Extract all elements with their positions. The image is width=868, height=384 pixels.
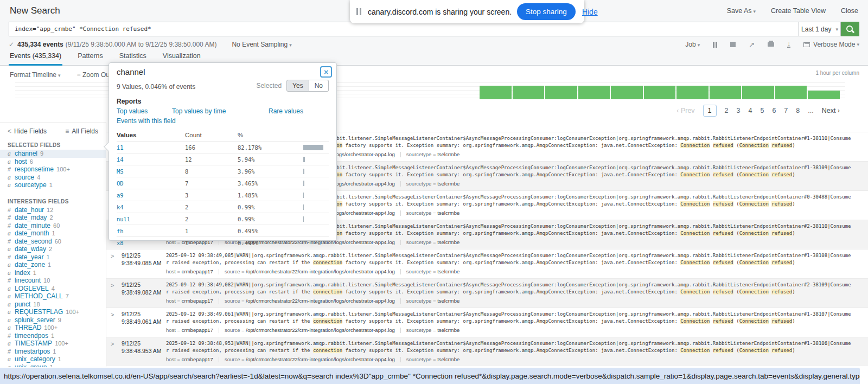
- hide-banner-link[interactable]: Hide: [582, 8, 598, 16]
- page-button-7[interactable]: 7: [784, 107, 788, 114]
- timeline-bar[interactable]: [644, 86, 676, 99]
- close-icon[interactable]: ×: [320, 66, 332, 78]
- page-button-4[interactable]: 4: [748, 107, 752, 114]
- value-link[interactable]: OD: [117, 180, 185, 187]
- sourcetype-value[interactable]: tselcrmbe: [437, 268, 459, 274]
- sidebar-field-timeendpos[interactable]: #timeendpos1: [0, 332, 106, 340]
- source-value[interactable]: /opt/crmorchestrator22/crm-integration/l…: [246, 268, 395, 274]
- page-button-5[interactable]: 5: [760, 107, 764, 114]
- top-values-by-time-link[interactable]: Top values by time: [172, 107, 269, 115]
- job-menu-button[interactable]: Job▾: [685, 41, 700, 48]
- value-link[interactable]: x8: [117, 240, 185, 246]
- sidebar-field-METHOD_CALL[interactable]: aMETHOD_CALL7: [0, 292, 106, 300]
- sourcetype-value[interactable]: tselcrmbe: [437, 239, 459, 245]
- time-range-picker[interactable]: Last 1 day▾: [799, 22, 841, 36]
- rare-values-link[interactable]: Rare values: [269, 107, 303, 115]
- sidebar-field-source[interactable]: asource4: [0, 174, 106, 182]
- event-sampling-dropdown[interactable]: No Event Sampling▾: [232, 41, 291, 48]
- sourcetype-value[interactable]: tselcrmbe: [437, 356, 459, 362]
- page-button-2[interactable]: 2: [725, 107, 729, 114]
- sourcetype-field[interactable]: sourcetype: [406, 268, 431, 274]
- sidebar-field-date_year[interactable]: #date_year1: [0, 253, 106, 261]
- expand-event-icon[interactable]: >: [111, 252, 122, 278]
- sidebar-field-REQUESTFLAG[interactable]: aREQUESTFLAG100+: [0, 308, 106, 316]
- sidebar-field-date_zone[interactable]: adate_zone1: [0, 261, 106, 269]
- source-value[interactable]: /opt/crmorchestrator22/crm-integration/l…: [246, 298, 395, 304]
- all-fields-button[interactable]: ≡ All Fields: [65, 127, 98, 135]
- print-icon[interactable]: [768, 42, 774, 47]
- host-field[interactable]: host: [166, 268, 176, 274]
- timeline-bar[interactable]: [775, 86, 807, 99]
- value-link[interactable]: i4: [117, 156, 185, 163]
- hide-fields-button[interactable]: < Hide Fields: [8, 127, 47, 135]
- timeline-bar[interactable]: [578, 86, 610, 99]
- sourcetype-value[interactable]: tselcrmbe: [437, 327, 459, 333]
- timeline-bar[interactable]: [742, 86, 774, 99]
- sidebar-field-host[interactable]: ahost6: [0, 158, 106, 166]
- timeline-bar[interactable]: [513, 86, 545, 99]
- next-page-button[interactable]: Next ›: [822, 107, 840, 114]
- page-button-8[interactable]: 8: [796, 107, 800, 114]
- value-link[interactable]: k4: [117, 204, 185, 210]
- value-link[interactable]: a9: [117, 192, 185, 199]
- host-field[interactable]: host: [166, 327, 176, 333]
- sidebar-field-punct[interactable]: apunct18: [0, 300, 106, 309]
- search-mode-dropdown[interactable]: Verbose Mode▾: [803, 41, 859, 48]
- expand-event-icon[interactable]: >: [111, 340, 122, 366]
- sidebar-field-date_mday[interactable]: #date_mday2: [0, 214, 106, 222]
- page-button-3[interactable]: 3: [737, 107, 741, 114]
- sidebar-field-timestartpos[interactable]: #timestartpos1: [0, 348, 106, 356]
- sidebar-field-linecount[interactable]: #linecount10: [0, 277, 106, 285]
- sourcetype-field[interactable]: sourcetype: [406, 210, 431, 216]
- host-field[interactable]: host: [166, 356, 176, 362]
- sidebar-field-THREAD[interactable]: aTHREAD100+: [0, 324, 106, 332]
- zoom-out-button[interactable]: − Zoom Out: [77, 71, 112, 79]
- page-button-6[interactable]: 6: [772, 107, 776, 114]
- sidebar-field-date_month[interactable]: adate_month1: [0, 229, 106, 238]
- host-value[interactable]: crmbepapp17: [182, 268, 213, 274]
- sourcetype-value[interactable]: tselcrmbe: [437, 210, 459, 216]
- stop-job-icon[interactable]: [730, 42, 736, 47]
- host-value[interactable]: crmbepapp17: [182, 298, 213, 304]
- timeline-bar[interactable]: [545, 86, 577, 99]
- sourcetype-value[interactable]: tselcrmbe: [437, 181, 459, 187]
- sidebar-field-splunk_server[interactable]: asplunk_server9: [0, 316, 106, 324]
- value-link[interactable]: i1: [117, 144, 185, 151]
- value-link[interactable]: MS: [117, 168, 185, 175]
- tab-events[interactable]: Events (435,334): [9, 49, 62, 66]
- sourcetype-field[interactable]: sourcetype: [406, 239, 431, 245]
- timeline-bar[interactable]: [480, 86, 512, 99]
- source-value[interactable]: /opt/crmorchestrator22/crm-integration/l…: [246, 356, 395, 362]
- sourcetype-field[interactable]: sourcetype: [406, 181, 431, 187]
- search-query-input[interactable]: [9, 22, 799, 36]
- value-link[interactable]: fh: [117, 228, 185, 234]
- expand-event-icon[interactable]: >: [111, 311, 122, 337]
- selected-no-button[interactable]: No: [309, 80, 329, 92]
- source-field[interactable]: source: [225, 268, 240, 274]
- sourcetype-value[interactable]: tselcrmbe: [437, 151, 459, 157]
- close-button[interactable]: Close: [841, 7, 858, 15]
- sourcetype-field[interactable]: sourcetype: [406, 298, 431, 304]
- export-icon[interactable]: ↓: [787, 41, 790, 48]
- sidebar-field-index[interactable]: aindex1: [0, 269, 106, 277]
- sidebar-field-unix_group[interactable]: aunix_group1: [0, 363, 106, 367]
- sidebar-field-date_hour[interactable]: #date_hour12: [0, 206, 106, 214]
- format-timeline-dropdown[interactable]: Format Timeline▾: [10, 71, 61, 79]
- sidebar-field-date_wday[interactable]: adate_wday2: [0, 245, 106, 253]
- search-button[interactable]: [841, 22, 859, 36]
- source-value[interactable]: /opt/crmorchestrator22/crm-integration/l…: [246, 327, 395, 333]
- sidebar-field-unix_category[interactable]: aunix_category1: [0, 355, 106, 363]
- save-as-button[interactable]: Save As▾: [727, 7, 756, 15]
- expand-event-icon[interactable]: >: [111, 281, 122, 308]
- sidebar-field-date_second[interactable]: #date_second60: [0, 238, 106, 246]
- page-button-1[interactable]: 1: [703, 105, 717, 117]
- source-field[interactable]: source: [225, 298, 240, 304]
- value-link[interactable]: null: [117, 216, 185, 222]
- selected-yes-button[interactable]: Yes: [286, 80, 309, 92]
- source-field[interactable]: source: [225, 356, 240, 362]
- timeline-bar[interactable]: [611, 86, 643, 99]
- tab-patterns[interactable]: Patterns: [76, 49, 104, 66]
- stop-sharing-button[interactable]: Stop sharing: [517, 3, 576, 20]
- sourcetype-field[interactable]: sourcetype: [406, 327, 431, 333]
- create-table-view-button[interactable]: Create Table View: [771, 7, 826, 15]
